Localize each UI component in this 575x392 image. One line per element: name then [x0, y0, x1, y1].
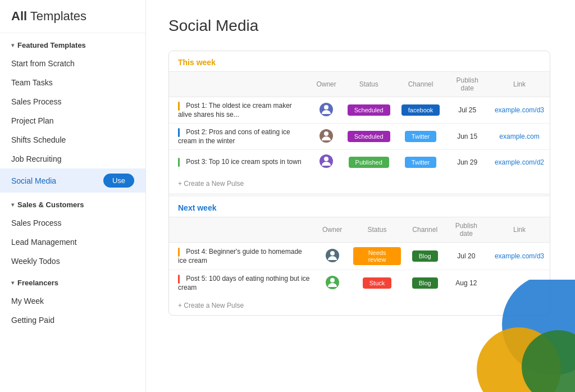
- sidebar-item-label: Getting Paid: [11, 316, 54, 325]
- row-indicator: [178, 102, 180, 111]
- table-header-row: Owner Status Channel Publish date Link: [169, 72, 550, 97]
- row-link-cell: example.com/d2: [489, 150, 550, 175]
- svg-point-4: [330, 278, 335, 282]
- freelancers-section[interactable]: ▾ Freelancers: [0, 271, 145, 291]
- this-week-label: This week: [169, 51, 550, 71]
- col-link: Link: [489, 217, 550, 243]
- row-date-cell: Jul 25: [445, 97, 489, 124]
- row-link-cell: example.com/d3: [489, 97, 550, 124]
- row-link[interactable]: example.com/d2: [495, 158, 544, 166]
- sidebar-item-project-plan[interactable]: Project Plan: [0, 111, 145, 130]
- row-status-cell: Scheduled: [342, 124, 396, 150]
- chevron-icon: ▾: [11, 280, 14, 286]
- sidebar-item-team-tasks[interactable]: Team Tasks: [0, 73, 145, 92]
- all-templates-title: All Templates: [11, 9, 134, 24]
- col-link: Link: [489, 72, 550, 97]
- sidebar-item-label: Sales Process: [11, 97, 61, 106]
- svg-point-0: [324, 105, 328, 110]
- sidebar-item-my-week[interactable]: My Week: [0, 291, 145, 311]
- sidebar-item-sales-process-1[interactable]: Sales Process: [0, 92, 145, 111]
- svg-point-2: [324, 157, 328, 161]
- col-channel: Channel: [407, 217, 444, 243]
- status-badge: Scheduled: [348, 104, 390, 116]
- row-link[interactable]: example.com/d3: [495, 106, 544, 114]
- sidebar-item-label: Team Tasks: [11, 78, 53, 87]
- sidebar-item-start-from-scratch[interactable]: Start from Scratch: [0, 54, 145, 73]
- avatar: [320, 103, 333, 116]
- row-title: Post 3: Top 10 ice cream spots in town: [186, 158, 301, 166]
- use-button[interactable]: Use: [103, 174, 134, 188]
- row-owner-cell: [311, 97, 341, 124]
- row-link[interactable]: example.com: [499, 133, 539, 140]
- channel-badge: Blog: [412, 250, 438, 262]
- next-week-section: Next week Owner Status Channel Publish d…: [169, 197, 550, 315]
- row-title: Post 4: Beginner's guide to homemade ice…: [178, 248, 302, 265]
- create-new-pulse-next-week[interactable]: + Create a New Pulse: [169, 296, 550, 315]
- status-badge: Scheduled: [348, 131, 390, 142]
- row-link-cell: [489, 270, 550, 297]
- sales-customers-label: Sales & Customers: [17, 200, 84, 209]
- row-indicator: [178, 275, 180, 284]
- sidebar-item-shifts-schedule[interactable]: Shifts Schedule: [0, 130, 145, 149]
- sidebar-item-weekly-todos[interactable]: Weekly Todos: [0, 252, 145, 271]
- chevron-icon: ▾: [11, 202, 14, 208]
- row-date-cell: Jul 20: [444, 243, 489, 270]
- row-owner-cell: [311, 124, 341, 150]
- preview-card: This week Owner Status Channel Publish d…: [168, 51, 550, 316]
- sidebar-header: All Templates: [0, 0, 145, 33]
- freelancers-label: Freelancers: [17, 279, 58, 287]
- row-channel-cell: facebook: [396, 97, 446, 124]
- featured-templates-section[interactable]: ▾ Featured Templates: [0, 33, 145, 54]
- avatar: [320, 154, 333, 168]
- row-title: Post 2: Pros and cons of eating ice crea…: [178, 128, 290, 145]
- col-publish-date: Publish date: [444, 217, 489, 243]
- create-new-pulse-this-week[interactable]: + Create a New Pulse: [169, 174, 550, 193]
- svg-point-1: [324, 131, 328, 136]
- col-status: Status: [342, 72, 396, 97]
- sidebar-item-lead-management[interactable]: Lead Management: [0, 233, 145, 252]
- sidebar-item-label: Shifts Schedule: [11, 135, 66, 144]
- sidebar-item-getting-paid[interactable]: Getting Paid: [0, 311, 145, 330]
- sidebar-item-sales-process-2[interactable]: Sales Process: [0, 213, 145, 233]
- col-status: Status: [348, 217, 406, 243]
- row-channel-cell: Twitter: [396, 150, 446, 175]
- page-title: Social Media: [168, 17, 553, 35]
- col-owner: Owner: [311, 72, 341, 97]
- col-publish-date: Publish date: [445, 72, 489, 97]
- row-indicator: [178, 248, 180, 257]
- main-content: Social Media This week Owner Status Chan…: [146, 0, 575, 392]
- table-header-row: Owner Status Channel Publish date Link: [169, 217, 550, 243]
- sidebar-item-label: Job Recruiting: [11, 154, 62, 163]
- row-owner-cell: [317, 243, 348, 270]
- row-status-cell: Published: [342, 150, 396, 175]
- status-badge: Published: [349, 157, 389, 168]
- row-link-cell: example.com: [489, 124, 550, 150]
- avatar: [320, 129, 333, 143]
- sales-customers-section[interactable]: ▾ Sales & Customers: [0, 193, 145, 213]
- row-status-cell: Needs review: [348, 243, 406, 270]
- row-indicator: [178, 128, 180, 137]
- row-owner-cell: [317, 270, 348, 297]
- this-week-section: This week Owner Status Channel Publish d…: [169, 51, 550, 193]
- col-owner: Owner: [317, 217, 348, 243]
- status-badge: Stuck: [363, 277, 392, 289]
- sidebar-item-job-recruiting[interactable]: Job Recruiting: [0, 149, 145, 168]
- channel-badge: Twitter: [405, 131, 436, 142]
- col-title: [169, 217, 317, 243]
- col-channel: Channel: [396, 72, 446, 97]
- sidebar-item-label: Sales Process: [11, 218, 61, 227]
- row-channel-cell: Blog: [407, 270, 444, 297]
- table-row: Post 2: Pros and cons of eating ice crea…: [169, 124, 550, 150]
- row-link[interactable]: example.com/d3: [495, 252, 544, 260]
- this-week-table: Owner Status Channel Publish date Link P…: [169, 71, 550, 174]
- avatar: [326, 276, 339, 289]
- row-owner-cell: [311, 150, 341, 175]
- sidebar-item-label: Social Media: [11, 176, 56, 185]
- row-title: Post 5: 100 days of eating nothing but i…: [178, 275, 310, 291]
- channel-badge: facebook: [401, 104, 440, 116]
- row-title-cell: Post 2: Pros and cons of eating ice crea…: [169, 124, 311, 150]
- sidebar-item-social-media[interactable]: Social Media Use: [0, 168, 145, 193]
- table-row: Post 1: The oldest ice cream maker alive…: [169, 97, 550, 124]
- row-title-cell: Post 3: Top 10 ice cream spots in town: [169, 150, 311, 175]
- next-week-label: Next week: [169, 197, 550, 217]
